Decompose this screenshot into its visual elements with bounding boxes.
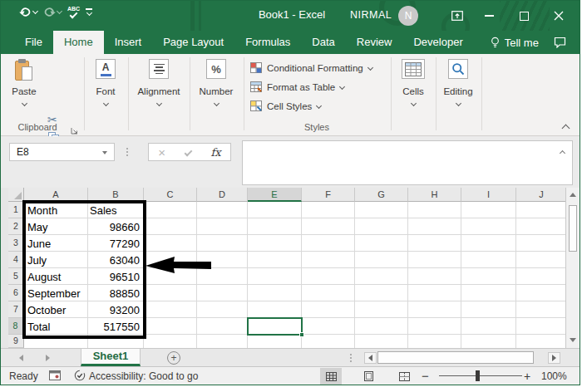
ribbon-display-options-button[interactable] <box>443 1 471 31</box>
tab-data[interactable]: Data <box>301 31 345 54</box>
macro-record-icon[interactable] <box>49 370 61 383</box>
conditional-formatting-button[interactable]: Conditional Formatting <box>250 62 372 73</box>
tab-formulas[interactable]: Formulas <box>234 31 301 54</box>
column-header-i[interactable]: I <box>461 188 516 202</box>
conditional-formatting-label: Conditional Formatting <box>267 63 363 73</box>
scroll-down-icon[interactable] <box>570 338 576 342</box>
formula-input[interactable] <box>242 140 573 185</box>
title-bar: ABC Book1 - Excel NIRMAL N <box>1 1 580 31</box>
number-group-button[interactable]: % Number <box>193 59 239 105</box>
zoom-out-button[interactable]: − <box>422 369 429 383</box>
enter-button[interactable] <box>184 148 192 156</box>
ribbon-group-separator <box>244 57 244 130</box>
column-header-d[interactable]: D <box>197 188 248 202</box>
insert-function-button[interactable]: fx <box>210 146 220 159</box>
maximize-icon <box>520 12 529 21</box>
account-avatar[interactable]: N <box>398 6 418 26</box>
accessibility-icon[interactable] <box>74 370 86 384</box>
hscroll-right-button[interactable] <box>548 352 560 364</box>
zoom-in-button[interactable]: + <box>524 370 530 383</box>
close-button[interactable] <box>545 1 573 31</box>
hscroll-left-button[interactable] <box>364 352 377 364</box>
column-header-e[interactable]: E <box>248 188 302 202</box>
page-break-view-button[interactable] <box>393 368 415 385</box>
styles-group-label: Styles <box>284 122 350 132</box>
sheet-nav-right-icon[interactable] <box>46 355 50 361</box>
name-box-value: E8 <box>17 146 29 158</box>
clipboard-group-label: Clipboard <box>11 122 64 132</box>
cells-group-button[interactable]: Cells <box>390 59 436 105</box>
worksheet-area: A B C D E F G H I J 1 2 3 4 5 6 7 8 9 Mo… <box>1 188 580 348</box>
maximize-button[interactable] <box>510 1 538 31</box>
column-header-j[interactable]: J <box>516 188 567 202</box>
sheet-nav-left-icon[interactable] <box>19 355 23 361</box>
cell-styles-button[interactable]: Cell Styles <box>250 100 321 111</box>
name-box-dropdown-icon[interactable] <box>102 151 107 154</box>
normal-view-button[interactable] <box>320 368 342 385</box>
alignment-icon <box>149 59 169 79</box>
ribbon-group-separator <box>128 57 129 130</box>
collapse-ribbon-button[interactable] <box>562 125 570 133</box>
account-name[interactable]: NIRMAL <box>350 9 392 21</box>
redo-dropdown-icon[interactable] <box>57 8 62 14</box>
column-header-g[interactable]: G <box>355 188 408 202</box>
ribbon: Paste ✂ Clipboard A Font <box>1 54 580 136</box>
editing-group-button[interactable]: Editing <box>435 59 481 105</box>
horizontal-scrollbar-thumb[interactable] <box>377 351 534 364</box>
tell-me-button[interactable]: Tell me <box>486 31 544 54</box>
formula-bar-expand-icon[interactable] <box>560 150 565 156</box>
fill-handle[interactable] <box>299 332 304 337</box>
number-dropdown-icon <box>213 100 219 106</box>
cell-styles-label: Cell Styles <box>267 101 312 111</box>
active-cell-E8[interactable] <box>247 317 303 336</box>
minimize-icon <box>485 15 494 17</box>
redo-button[interactable] <box>43 7 62 17</box>
spelling-button[interactable]: ABC <box>67 6 80 17</box>
share-comment-button[interactable] <box>554 31 566 54</box>
name-box[interactable]: E8 <box>9 143 115 161</box>
percent-icon: % <box>206 59 226 79</box>
sheetbar-divider-dots <box>350 354 352 355</box>
editing-group-label: Editing <box>443 86 472 96</box>
tab-file[interactable]: File <box>14 31 53 54</box>
format-as-table-button[interactable]: Format as Table <box>250 81 344 92</box>
format-as-table-dropdown-icon <box>339 84 345 90</box>
qat-customize-button[interactable] <box>86 8 92 15</box>
status-mode: Ready <box>9 370 38 382</box>
column-header-h[interactable]: H <box>408 188 461 202</box>
accessibility-status[interactable]: Accessibility: Good to go <box>89 370 198 382</box>
tab-developer[interactable]: Developer <box>402 31 473 54</box>
ribbon-tab-bar: File Home Insert Page Layout Formulas Da… <box>1 31 580 54</box>
scroll-up-icon[interactable] <box>570 193 576 197</box>
vertical-scrollbar-thumb[interactable] <box>569 205 577 252</box>
cancel-button[interactable]: × <box>158 146 165 159</box>
titlebar-pattern <box>199 1 201 31</box>
titlebar-pattern <box>190 1 195 31</box>
sheet-tab-sheet1[interactable]: Sheet1 <box>81 349 141 366</box>
column-header-f[interactable]: F <box>302 188 355 202</box>
font-group-button[interactable]: A Font <box>82 59 129 105</box>
alignment-group-label: Alignment <box>137 86 180 96</box>
alignment-group-button[interactable]: Alignment <box>136 59 182 105</box>
tab-insert[interactable]: Insert <box>104 31 153 54</box>
page-layout-view-button[interactable] <box>358 368 379 385</box>
sheet-tab-bar: Sheet1 + <box>1 348 580 366</box>
tell-me-label: Tell me <box>505 37 539 49</box>
alignment-dropdown-icon <box>155 100 161 106</box>
tab-page-layout[interactable]: Page Layout <box>152 31 234 54</box>
paste-button[interactable]: Paste <box>6 59 42 105</box>
column-header-c[interactable]: C <box>144 188 197 202</box>
dialog-launcher-icon <box>71 127 78 135</box>
undo-button[interactable] <box>19 7 37 17</box>
tab-home[interactable]: Home <box>53 31 104 54</box>
gridline-vertical <box>461 202 461 348</box>
paste-dropdown-icon[interactable] <box>21 100 27 106</box>
minimize-button[interactable] <box>475 1 503 31</box>
tab-review[interactable]: Review <box>346 31 403 54</box>
zoom-slider-track[interactable] <box>439 375 522 376</box>
undo-dropdown-icon[interactable] <box>32 8 38 14</box>
vertical-scrollbar[interactable] <box>565 188 580 348</box>
zoom-slider-thumb[interactable] <box>476 370 480 381</box>
zoom-level[interactable]: 100% <box>541 370 567 382</box>
new-sheet-button[interactable]: + <box>167 351 180 365</box>
